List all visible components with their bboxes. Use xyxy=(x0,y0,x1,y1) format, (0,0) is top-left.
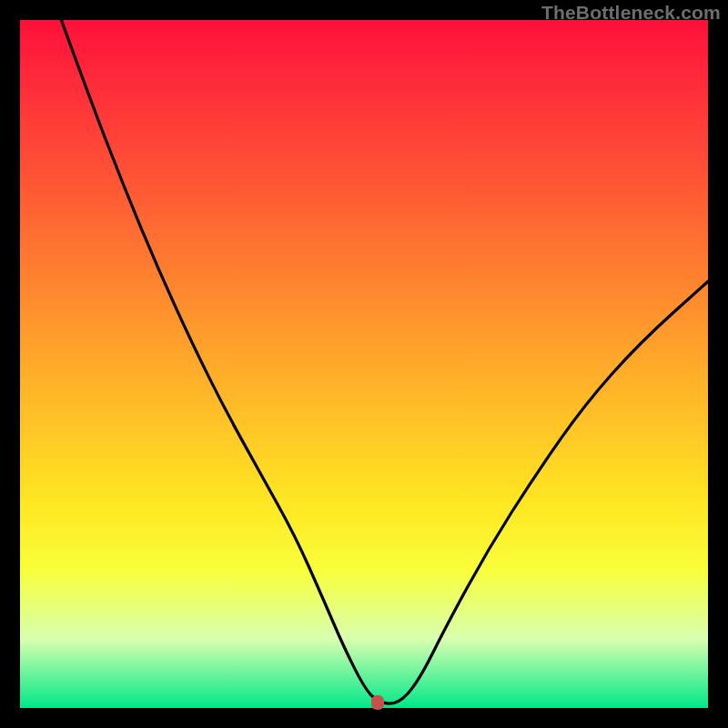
watermark-text: TheBottleneck.com xyxy=(541,2,721,24)
chart-curve xyxy=(20,20,708,708)
chart-marker xyxy=(371,695,384,710)
plot-area xyxy=(20,20,708,708)
chart-frame: TheBottleneck.com xyxy=(0,0,728,728)
